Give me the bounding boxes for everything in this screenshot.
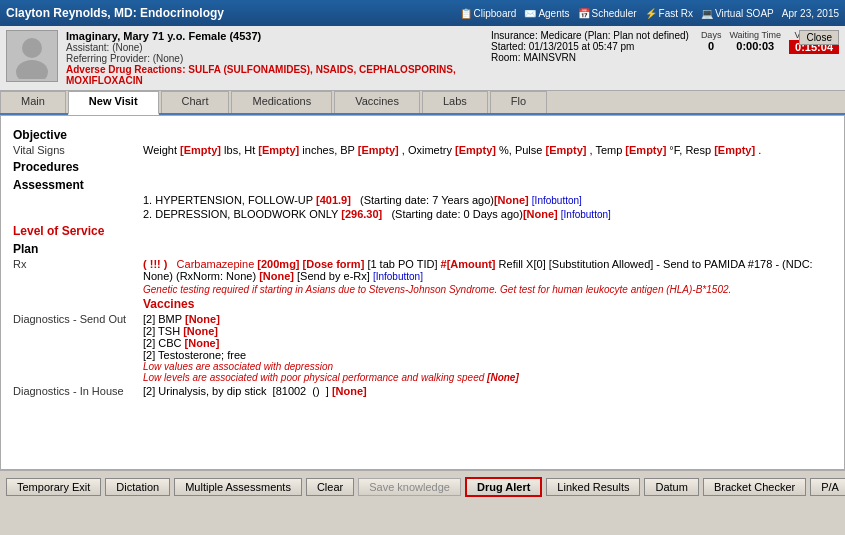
app-title: Clayton Reynolds, MD: Endocrinology — [6, 6, 224, 20]
patient-insurance: Insurance: Medicare (Plan: Plan not defi… — [491, 30, 689, 41]
bracket-checker-button[interactable]: Bracket Checker — [703, 478, 806, 496]
rx-content: ( !!! ) Carbamazepine [200mg] [Dose form… — [143, 258, 832, 295]
rx-label: Rx — [13, 258, 143, 295]
drug-warning: Genetic testing required if starting in … — [143, 284, 832, 295]
date-display: Apr 23, 2015 — [782, 8, 839, 19]
assessment-item-1: 1. HYPERTENSION, FOLLOW-UP [401.9] (Star… — [13, 194, 832, 206]
svg-point-1 — [16, 60, 48, 79]
patient-room: Room: MAINSVRN — [491, 52, 689, 63]
tab-new-visit[interactable]: New Visit — [68, 91, 159, 115]
diag-bmp: [2] BMP [None] — [143, 313, 832, 325]
patient-header: Imaginary, Mary 71 y.o. Female (4537) As… — [0, 26, 845, 91]
toolbar-icons: 📋 Clipboard ✉️ Agents 📅 Scheduler ⚡ Fast… — [460, 8, 839, 19]
patient-name: Imaginary, Mary 71 y.o. Female (4537) — [66, 30, 483, 42]
assessment-title: Assessment — [13, 178, 832, 192]
tab-main[interactable]: Main — [0, 91, 66, 113]
linked-results-button[interactable]: Linked Results — [546, 478, 640, 496]
diag-sendout-content: [2] BMP [None] [2] TSH [None] [2] CBC [N… — [143, 313, 832, 383]
main-content: Objective Vital Signs Weight [Empty] lbs… — [0, 115, 845, 470]
patient-started: Started: 01/13/2015 at 05:47 pm — [491, 41, 689, 52]
diag-subtext2: Low levels are associated with poor phys… — [143, 372, 832, 383]
drug-alert-button[interactable]: Drug Alert — [465, 477, 542, 497]
diag-tsh: [2] TSH [None] — [143, 325, 832, 337]
weight-empty: [Empty] — [180, 144, 221, 156]
objective-title: Objective — [13, 128, 832, 142]
tab-vaccines[interactable]: Vaccines — [334, 91, 420, 113]
infobutton-2[interactable]: [Infobutton] — [561, 209, 611, 220]
bottom-toolbar: Temporary Exit Dictation Multiple Assess… — [0, 470, 845, 502]
virtualsoap-icon[interactable]: 💻 Virtual SOAP — [701, 8, 774, 19]
vitalsigns-content: Weight [Empty] lbs, Ht [Empty] inches, B… — [143, 144, 832, 156]
pa-button[interactable]: P/A — [810, 478, 845, 496]
tab-medications[interactable]: Medications — [231, 91, 332, 113]
diag-inhouse-content: [2] Urinalysis, by dip stick [81002 () ]… — [143, 385, 832, 397]
diag-inhouse-label: Diagnostics - In House — [13, 385, 143, 397]
vital-signs-row: Vital Signs Weight [Empty] lbs, Ht [Empt… — [13, 144, 832, 156]
patient-assistant: Assistant: (None) — [66, 42, 483, 53]
diag-testosterone: [2] Testosterone; free — [143, 349, 832, 361]
procedures-title: Procedures — [13, 160, 832, 174]
diag-sendout-row: Diagnostics - Send Out [2] BMP [None] [2… — [13, 313, 832, 383]
tab-labs[interactable]: Labs — [422, 91, 488, 113]
patient-right-info: Insurance: Medicare (Plan: Plan not defi… — [491, 30, 839, 63]
tab-bar: Main New Visit Chart Medications Vaccine… — [0, 91, 845, 115]
multiple-assessments-button[interactable]: Multiple Assessments — [174, 478, 302, 496]
close-button[interactable]: Close — [799, 30, 839, 45]
dictation-button[interactable]: Dictation — [105, 478, 170, 496]
clipboard-icon[interactable]: 📋 Clipboard — [460, 8, 517, 19]
scheduler-icon[interactable]: 📅 Scheduler — [578, 8, 637, 19]
rx-row: Rx ( !!! ) Carbamazepine [200mg] [Dose f… — [13, 258, 832, 295]
timing-days: Days 0 — [701, 30, 722, 52]
patient-adverse: Adverse Drug Reactions: SULFA (SULFONAMI… — [66, 64, 483, 86]
fastrx-icon[interactable]: ⚡ Fast Rx — [645, 8, 693, 19]
assessment-item-2: 2. DEPRESSION, BLOODWORK ONLY [296.30] (… — [13, 208, 832, 220]
vaccines-section: Vaccines — [13, 297, 832, 311]
days-value: 0 — [701, 40, 722, 52]
agents-icon[interactable]: ✉️ Agents — [524, 8, 569, 19]
vaccines-label: Vaccines — [143, 297, 194, 311]
patient-info: Imaginary, Mary 71 y.o. Female (4537) As… — [66, 30, 483, 86]
save-knowledge-button: Save knowledge — [358, 478, 461, 496]
waiting-value: 0:00:03 — [729, 40, 781, 52]
tab-flo[interactable]: Flo — [490, 91, 547, 113]
patient-referring: Referring Provider: (None) — [66, 53, 483, 64]
tab-chart[interactable]: Chart — [161, 91, 230, 113]
rx-infobutton[interactable]: [Infobutton] — [373, 271, 423, 282]
title-bar: Clayton Reynolds, MD: Endocrinology 📋 Cl… — [0, 0, 845, 26]
diag-inhouse-row: Diagnostics - In House [2] Urinalysis, b… — [13, 385, 832, 397]
diag-subtext1: Low values are associated with depressio… — [143, 361, 832, 372]
datum-button[interactable]: Datum — [644, 478, 698, 496]
diag-sendout-label: Diagnostics - Send Out — [13, 313, 143, 383]
patient-insurance-block: Insurance: Medicare (Plan: Plan not defi… — [491, 30, 689, 63]
temporary-exit-button[interactable]: Temporary Exit — [6, 478, 101, 496]
level-of-service-title: Level of Service — [13, 224, 832, 238]
timing-waiting: Waiting Time 0:00:03 — [729, 30, 781, 52]
infobutton-1[interactable]: [Infobutton] — [532, 195, 582, 206]
avatar — [6, 30, 58, 82]
diag-cbc: [2] CBC [None] — [143, 337, 832, 349]
vitalsigns-label: Vital Signs — [13, 144, 143, 156]
plan-title: Plan — [13, 242, 832, 256]
clear-button[interactable]: Clear — [306, 478, 354, 496]
svg-point-0 — [22, 38, 42, 58]
